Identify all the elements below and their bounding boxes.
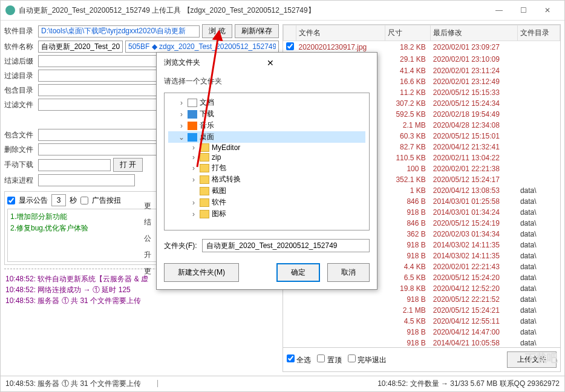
- file-size: 82.7 KB: [385, 142, 431, 152]
- expand-icon[interactable]: ⌄: [178, 133, 185, 142]
- file-dir: data\: [518, 316, 560, 327]
- endproc-input[interactable]: [38, 174, 135, 186]
- selectall-checkbox[interactable]: [287, 354, 295, 362]
- expand-icon[interactable]: ›: [190, 143, 197, 152]
- expand-icon[interactable]: ›: [190, 175, 197, 184]
- file-dir: data\: [518, 240, 560, 250]
- file-size: 918 B: [385, 207, 431, 218]
- browse-folder-dialog: 浏览文件夹 ✕ 请选择一个文件夹 › 文档› 下载› 音乐⌄ 桌面› MyEdi…: [156, 52, 377, 290]
- tree-item[interactable]: › 音乐: [168, 120, 365, 131]
- tree-item[interactable]: › MyEditor: [168, 143, 365, 152]
- table-row[interactable]: 2.1 MB 2020/05/12 15:24:21 data\: [284, 305, 560, 316]
- table-row[interactable]: 918 B 2014/04/21 10:05:58 data\: [284, 338, 560, 347]
- softname-label: 软件名称: [4, 42, 36, 52]
- status-left: 10:48:53: 服务器 ① 共 31 个文件需要上传: [5, 379, 141, 389]
- selectall-control[interactable]: 全选: [287, 354, 311, 365]
- column-header[interactable]: 文件目录: [518, 25, 560, 41]
- cancel-button[interactable]: 取消: [327, 263, 370, 282]
- dialog-title: 浏览文件夹: [164, 57, 267, 68]
- music-icon: [188, 122, 197, 130]
- file-size: 2.1 MB: [385, 305, 431, 316]
- tree-label: 截图: [212, 186, 226, 196]
- ok-button[interactable]: 确定: [276, 263, 320, 282]
- file-dir: [518, 76, 560, 87]
- file-date: 2020/04/12 13:08:53: [431, 185, 518, 196]
- table-row[interactable]: 918 B 2020/05/12 22:21:52 data\: [284, 294, 560, 305]
- tree-item[interactable]: › zip: [168, 152, 365, 162]
- table-row[interactable]: 4.5 KB 2020/04/12 12:55:11 data\: [284, 316, 560, 327]
- announce-seconds-input[interactable]: [51, 194, 66, 206]
- softdir-input[interactable]: [38, 25, 200, 38]
- file-size: 918 B: [385, 338, 431, 347]
- settop-control[interactable]: 置顶: [317, 354, 341, 365]
- file-size: 4.4 KB: [385, 261, 431, 272]
- expand-icon[interactable]: ›: [190, 153, 197, 162]
- new-folder-button[interactable]: 新建文件夹(M): [164, 263, 239, 282]
- expand-icon[interactable]: ›: [190, 198, 197, 207]
- file-size: 352.1 KB: [385, 174, 431, 185]
- softname-right[interactable]: [125, 41, 279, 53]
- browse-button[interactable]: 浏 览: [202, 24, 232, 38]
- file-date: 2020/02/01 23:10:09: [431, 53, 518, 65]
- exitafter-control[interactable]: 完毕退出: [348, 354, 387, 365]
- tree-item[interactable]: › 打包: [168, 162, 365, 174]
- settop-checkbox[interactable]: [317, 354, 325, 362]
- file-dir: [518, 174, 560, 185]
- file-dir: data\: [518, 283, 560, 294]
- expand-icon[interactable]: ›: [178, 110, 185, 119]
- file-dir: [518, 120, 560, 131]
- expand-icon[interactable]: ›: [178, 99, 185, 107]
- tree-item[interactable]: › 文档: [168, 97, 365, 108]
- file-date: 2020/04/12 12:52:20: [431, 283, 518, 294]
- minimize-button[interactable]: —: [487, 3, 511, 18]
- folder-tree[interactable]: › 文档› 下载› 音乐⌄ 桌面› MyEditor› zip› 打包› 格式转…: [164, 93, 370, 230]
- file-dir: data\: [518, 272, 560, 283]
- adbtn-checkbox[interactable]: [80, 197, 88, 204]
- file-size: 100 B: [385, 163, 431, 174]
- file-dir: [518, 41, 560, 54]
- tree-label: 图标: [212, 209, 226, 219]
- table-row[interactable]: 918 B 2020/04/12 14:47:00 data\: [284, 327, 560, 338]
- dialog-close-icon[interactable]: ✕: [267, 58, 370, 68]
- file-size: 1 KB: [385, 185, 431, 196]
- tree-item[interactable]: › 图标: [168, 208, 365, 220]
- exitafter-checkbox[interactable]: [348, 354, 356, 362]
- folder-name-input[interactable]: [202, 239, 370, 252]
- show-announce-checkbox[interactable]: [7, 197, 15, 204]
- tree-item[interactable]: ⌄ 桌面: [168, 131, 365, 143]
- file-name: [296, 338, 385, 347]
- row-checkbox[interactable]: [286, 42, 294, 50]
- file-size: 110.5 KB: [385, 152, 431, 163]
- file-dir: data\: [518, 185, 560, 196]
- file-size: 19.8 KB: [385, 283, 431, 294]
- manualdl-input[interactable]: [38, 159, 111, 171]
- table-row[interactable]: 20200201230917.jpg 18.2 KB 2020/02/01 23…: [284, 41, 560, 54]
- filterdir-label: 过滤目录: [4, 71, 36, 81]
- expand-icon[interactable]: ›: [190, 164, 197, 172]
- file-dir: data\: [518, 196, 560, 207]
- dialog-prompt: 请选择一个文件夹: [164, 73, 370, 93]
- column-header[interactable]: [284, 25, 296, 41]
- expand-icon[interactable]: ›: [178, 122, 185, 130]
- tree-item[interactable]: 截图: [168, 185, 365, 197]
- refresh-save-button[interactable]: 刷新/保存: [235, 24, 279, 38]
- file-dir: [518, 142, 560, 152]
- file-dir: data\: [518, 294, 560, 305]
- expand-icon[interactable]: ›: [190, 210, 197, 218]
- close-button[interactable]: ✕: [535, 3, 560, 18]
- column-header[interactable]: 尺寸: [385, 25, 431, 41]
- folder-icon: [200, 175, 209, 184]
- show-announce-label: 显示公告: [19, 195, 48, 206]
- column-header[interactable]: 文件名: [296, 25, 385, 41]
- column-header[interactable]: 最后修改: [431, 25, 518, 41]
- tree-item[interactable]: › 下载: [168, 108, 365, 120]
- tree-item[interactable]: › 软件: [168, 197, 365, 208]
- maximize-button[interactable]: ☐: [511, 3, 535, 18]
- file-date: 2020/05/12 15:24:19: [431, 218, 518, 229]
- open-button[interactable]: 打 开: [113, 158, 143, 172]
- seconds-label: 秒: [70, 195, 77, 206]
- tree-item[interactable]: › 格式转换: [168, 174, 365, 185]
- softname-input[interactable]: [38, 41, 123, 53]
- file-dir: data\: [518, 327, 560, 338]
- filterfile-label: 过滤文件: [4, 100, 36, 110]
